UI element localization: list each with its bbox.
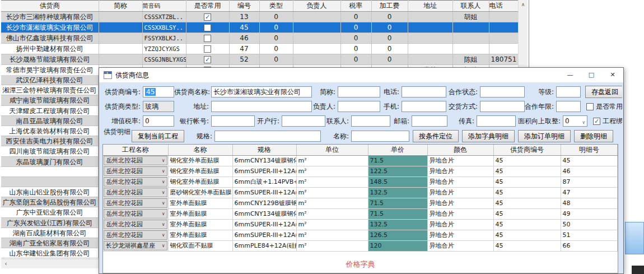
spec-filter-input[interactable] xyxy=(214,131,321,142)
field-input[interactable]: 长沙市潇湘玻璃实业有限公司 xyxy=(211,86,312,97)
grid-column-header[interactable]: 规格 xyxy=(232,145,296,155)
field-input[interactable]: 0 xyxy=(143,115,174,127)
grid-column-header[interactable]: 颜色 xyxy=(427,145,493,155)
supplier-row[interactable]: 长沙晟格节能玻璃有限公司CSSGJNBLYXGS✓52000陈姐180751 xyxy=(1,54,518,65)
is-common-checkbox[interactable]: 是否常用 xyxy=(586,102,622,112)
detail-row[interactable]: 岳州北控花园∨室外单面贴膜6mmSUPER-III+12A(硅...m²126.… xyxy=(103,230,618,240)
column-header[interactable]: 加工费 xyxy=(371,1,408,12)
copy-current-project-button[interactable]: 复制当前工程 xyxy=(132,130,184,142)
delete-detail-button[interactable]: 删除明细 xyxy=(574,130,613,142)
project-combo[interactable]: 岳州北控花园∨ xyxy=(104,209,167,219)
project-combo[interactable]: 岳州北控花园∨ xyxy=(104,230,167,240)
project-combo[interactable]: 岳州北控花园∨ xyxy=(104,166,167,176)
detail-row[interactable]: 岳州北控花园∨钢化室外单面贴膜6mmCNY134镀膜钢化m²71.5异地合片45… xyxy=(103,155,618,166)
field-input[interactable] xyxy=(402,86,446,97)
supplier-row[interactable]: 佛山市亿鑫玻璃科技有限公司FSSYXBLKJ..46000 xyxy=(1,33,518,44)
field-input[interactable] xyxy=(351,115,390,127)
add-dictionary-detail-button[interactable]: 添加字典明细 xyxy=(462,130,515,142)
project-combo[interactable]: 岳州北控花园∨ xyxy=(104,198,167,208)
field-input[interactable]: 45 xyxy=(143,86,174,97)
add-order-detail-button[interactable]: 添加订单明细 xyxy=(518,130,571,142)
field-input[interactable]: 0∨ xyxy=(563,115,587,127)
column-header[interactable]: 是否常用 xyxy=(186,1,229,12)
supplier-list-item[interactable]: 湖南广亚全铝家居有限公司 xyxy=(1,238,98,248)
field-input[interactable] xyxy=(477,115,516,127)
field-input[interactable] xyxy=(338,86,380,97)
project-combo[interactable]: 岳州北控花园∨ xyxy=(104,220,167,229)
field-input[interactable] xyxy=(480,86,525,97)
grid-column-header[interactable]: 名称 xyxy=(168,145,232,155)
supplier-list-item[interactable]: 东晶玻璃厦门有限公司 xyxy=(1,157,98,167)
maximize-icon[interactable]: □ xyxy=(581,68,602,82)
locate-by-condition-button[interactable]: 按条件定位 xyxy=(413,130,459,142)
common-use-checkbox[interactable] xyxy=(204,24,211,31)
minimize-icon[interactable]: — xyxy=(559,68,581,82)
column-header[interactable]: 地址 xyxy=(408,1,452,12)
field-input[interactable] xyxy=(556,86,581,97)
dialog-titlebar[interactable]: 供货商信息 — □ ✕ xyxy=(99,68,623,82)
common-use-checkbox[interactable]: ✓ xyxy=(204,56,211,63)
supplier-list-item[interactable] xyxy=(1,167,98,177)
field-input[interactable] xyxy=(402,101,446,112)
supplier-row[interactable]: 长沙市潇湘玻璃实业有限公司CSSXXBLSY..45000 xyxy=(1,22,518,33)
column-header[interactable]: 类型 xyxy=(259,1,293,12)
supplier-list-item[interactable] xyxy=(1,177,98,187)
project-combo[interactable]: 岳州北控花园∨ xyxy=(104,156,167,165)
grid-column-header[interactable]: 明细号 xyxy=(561,145,618,155)
supplier-list-item[interactable]: 上海优泰装饰材料有限公司 xyxy=(1,126,98,136)
supplier-list-item[interactable]: 湖南百成新材料有限公司 xyxy=(1,228,98,238)
supplier-list-item[interactable]: 天津耀皮工程玻璃有限公司 xyxy=(1,106,98,116)
project-combo[interactable]: 岳州北控花园∨ xyxy=(104,177,167,187)
project-combo[interactable]: 岳州北控花园∨ xyxy=(104,188,167,197)
field-input[interactable]: 玻璃 xyxy=(143,101,174,112)
supplier-list-item[interactable]: 湘潭三金特种玻璃有限责任公司 xyxy=(1,85,98,95)
detail-row[interactable]: 岳州北控花园∨室外单面贴膜6mmCNY129B镀膜钢化m²71.5异地合片454… xyxy=(103,198,618,208)
grid-column-header[interactable]: 单价 xyxy=(368,145,427,155)
name-filter-input[interactable] xyxy=(351,131,409,142)
scroll-up-icon[interactable]: ∧ xyxy=(519,0,528,10)
column-header[interactable]: 编号 xyxy=(229,1,259,12)
supplier-list-item[interactable]: 山东华建铝业集团有限公司 xyxy=(1,248,98,258)
supplier-row[interactable]: 长沙市三湘特种玻璃有限公司CSSSXTZBL..✓13000胡姐 xyxy=(1,12,518,22)
project-combo[interactable]: 长沙龙湖祺鑫星座∨ xyxy=(104,241,167,250)
detail-row[interactable]: 岳州北控花园∨钢化室外单面贴膜6mm白玻+1.14PVB+6mm...m²148… xyxy=(103,177,618,187)
detail-row[interactable]: 长沙龙湖祺鑫星座∨钢化双面不贴膜6mmPLE84+12A(硅酮胶...m²120… xyxy=(103,240,618,251)
field-input[interactable] xyxy=(282,115,325,127)
supplier-list-item[interactable]: 广东兴发铝业(江西)有限公司 xyxy=(1,218,98,228)
supplier-list-item[interactable]: 西安佳吉美电力科技有限公司 xyxy=(1,136,98,146)
supplier-list-item[interactable]: 咸宁南玻节能玻璃有限公司 xyxy=(1,95,98,105)
supplier-list-item[interactable]: 四川南玻节能玻璃有限公司 xyxy=(1,146,98,156)
supplier-list-item[interactable]: 广东坚朗五金制品股份有限公司 xyxy=(1,197,98,207)
grid-column-header[interactable]: 供货商编号 xyxy=(493,145,561,155)
field-input[interactable] xyxy=(556,101,581,112)
column-header[interactable]: 简称 xyxy=(99,1,142,12)
save-return-button[interactable]: 存盘返回 xyxy=(585,86,622,98)
field-input[interactable] xyxy=(480,101,525,112)
column-header[interactable]: 供货商 xyxy=(1,1,99,12)
column-header[interactable]: 联系人 xyxy=(452,1,489,12)
detail-row[interactable]: 岳州北控花园∨磨砂钢化室外单面贴膜6mmSUPER-III+12A(硅...m²… xyxy=(103,187,618,198)
column-header[interactable]: 负责人 xyxy=(293,1,340,12)
field-input[interactable] xyxy=(338,101,380,112)
detail-row[interactable]: 岳州北控花园∨室外单面贴膜6mmCNY134镀膜钢化m²71.5异地合片4549 xyxy=(103,208,618,219)
detail-row[interactable]: 岳州北控花园∨钢化室外单面贴膜6mmSUPER-III+12A(硅...m²12… xyxy=(103,166,618,177)
supplier-list-item[interactable]: 南昌亚晶玻璃有限公司 xyxy=(1,116,98,126)
scroll-left-icon[interactable]: ‹ xyxy=(1,259,11,268)
column-header[interactable]: 电话 xyxy=(489,1,518,12)
common-use-checkbox[interactable] xyxy=(204,45,211,53)
common-use-checkbox[interactable]: ✓ xyxy=(204,13,211,21)
field-input[interactable] xyxy=(211,101,312,112)
grid-column-header[interactable]: 工程名称 xyxy=(103,145,168,155)
grid-column-header[interactable]: 单位 xyxy=(296,145,368,155)
supplier-list-item[interactable]: 广东中亚铝业有限公司 xyxy=(1,207,98,217)
detail-row[interactable]: 岳州北控花园∨室外单面贴膜6mmSUPER-III+12A(硅...m²132.… xyxy=(103,219,618,230)
column-header[interactable]: 税率 xyxy=(340,1,371,12)
supplier-row[interactable]: 扬州中勤建材有限公司YZZQJCYXGS47000 xyxy=(1,44,518,54)
field-input[interactable] xyxy=(412,115,447,127)
common-use-checkbox[interactable] xyxy=(204,35,211,42)
supplier-list-item[interactable]: 武汉亿泽科技有限公司 xyxy=(1,75,98,85)
close-icon[interactable]: ✕ xyxy=(602,68,623,82)
supplier-list-item[interactable]: 山东南山铝业股份有限公司 xyxy=(1,187,98,197)
field-input[interactable] xyxy=(211,115,255,127)
column-header[interactable]: 简音码 xyxy=(142,1,186,12)
